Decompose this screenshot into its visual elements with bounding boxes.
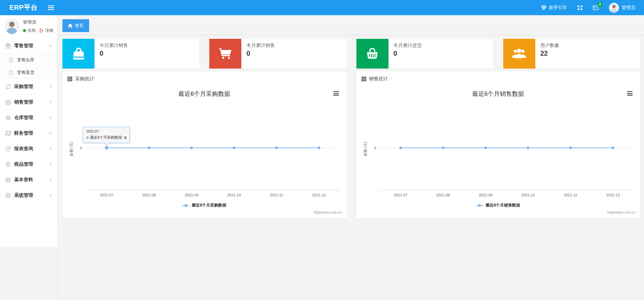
- stat-card-month-sales: 本月累计销售 0: [209, 39, 346, 69]
- grid-icon: [5, 177, 14, 183]
- sidebar: 管理员 在线 注销 零售管理零售出库零售退货采购管理销售管理仓库管理财务管理: [0, 15, 57, 247]
- data-point[interactable]: [441, 146, 444, 149]
- legend-marker-icon: [476, 203, 483, 208]
- legend-item[interactable]: 最近6个月采购数据: [182, 202, 226, 208]
- data-point[interactable]: [275, 146, 278, 149]
- chart-credits[interactable]: Highcharts.com.cn: [607, 211, 635, 214]
- chart-legend: 最近6个月销售数据: [356, 202, 640, 208]
- sidebar-item-retail-outbound[interactable]: 零售出库: [0, 54, 57, 66]
- users-icon: [503, 39, 535, 69]
- data-point[interactable]: [527, 146, 529, 149]
- stat-card-today-sales: 今日累计销售 0: [62, 39, 199, 69]
- data-point[interactable]: [612, 146, 614, 149]
- x-axis-label: 2021-09: [185, 193, 198, 197]
- sidebar-subitem-label: 零售退货: [17, 70, 34, 76]
- main-content: 首页 今日累计销售 0: [58, 15, 644, 300]
- x-axis-label: 2021-10: [227, 193, 241, 197]
- guide-label: 新手引导: [549, 5, 567, 11]
- tooltip-series-text: 最近6个月采购数据:: [90, 135, 123, 140]
- sidebar-item-label: 商品管理: [14, 161, 33, 167]
- sidebar-item-label: 零售管理: [14, 43, 33, 49]
- tooltip-value: 0: [124, 136, 126, 140]
- sidebar-item-report[interactable]: 报表查询: [0, 141, 57, 157]
- chart-legend: 最近6个月采购数据: [62, 202, 346, 208]
- data-point[interactable]: [190, 146, 193, 149]
- gift-icon: [5, 43, 14, 49]
- legend-item[interactable]: 最近6个月销售数据: [476, 202, 520, 208]
- chart-plot-area: 0金额 (元)2021-072021-082021-092021-102021-…: [356, 86, 640, 219]
- hamburger-icon[interactable]: [45, 0, 57, 15]
- sidebar-border: [57, 15, 58, 300]
- sidebar-item-retail-return[interactable]: 零售退货: [0, 66, 57, 79]
- data-point[interactable]: [233, 146, 235, 149]
- sidebar-item-warehouse[interactable]: 仓库管理: [0, 110, 57, 126]
- data-point[interactable]: [484, 146, 487, 149]
- x-axis-label: 2021-08: [142, 193, 156, 197]
- chart-credits[interactable]: Highcharts.com.cn: [314, 211, 342, 214]
- chart-plot-area: 0金额 (元)2021-072021-082021-092021-102021-…: [62, 86, 346, 219]
- legend-marker-icon: [182, 203, 190, 208]
- avatar: [4, 19, 20, 34]
- data-point[interactable]: [569, 146, 572, 149]
- guide-link[interactable]: 新手引导: [541, 5, 567, 11]
- logout-label: 注销: [45, 28, 53, 33]
- chart-title: 最近6个月采购数据: [62, 90, 346, 98]
- tab-home[interactable]: 首页: [62, 19, 89, 32]
- hamburger-bars-icon: [48, 5, 54, 10]
- sidebar-item-finance[interactable]: 财务管理: [0, 126, 57, 141]
- gem-icon: [541, 5, 546, 10]
- user-menu[interactable]: 管理员: [609, 3, 636, 13]
- home-icon: [68, 24, 73, 28]
- sidebar-item-label: 仓库管理: [14, 115, 33, 121]
- sidebar-item-label: 采购管理: [14, 84, 33, 90]
- sidebar-item-goods[interactable]: 商品管理: [0, 157, 57, 172]
- gear-icon: [5, 193, 14, 198]
- y-axis-tick: 0: [80, 146, 82, 150]
- x-axis-label: 2021-09: [479, 193, 492, 197]
- data-point[interactable]: [105, 146, 108, 149]
- x-axis-label: 2021-07: [100, 193, 113, 197]
- x-axis-label: 2021-11: [270, 193, 283, 197]
- legend-label: 最近6个月销售数据: [485, 202, 520, 208]
- stat-card-value: 0: [394, 50, 422, 57]
- y-axis-title: 金额 (元): [363, 142, 367, 156]
- legend-label: 最近6个月采购数据: [192, 202, 226, 208]
- sign-out-icon: [39, 28, 44, 33]
- export-menu-button[interactable]: [627, 91, 633, 97]
- stat-cards-row: 今日累计销售 0 本月累计销售 0: [62, 39, 640, 69]
- y-axis-tick: 0: [374, 146, 376, 150]
- fullscreen-button[interactable]: [577, 5, 583, 10]
- sidebar-item-sales[interactable]: 销售管理: [0, 94, 57, 110]
- purchase-chart: 0金额 (元)2021-072021-082021-092021-102021-…: [62, 86, 346, 219]
- file-icon: [9, 70, 17, 75]
- panel-header: 采购统计: [62, 72, 346, 86]
- stat-card-label: 本月累计进货: [394, 43, 422, 49]
- chevron-left-icon: [48, 193, 53, 197]
- username-label: 管理员: [622, 5, 636, 11]
- online-status-icon: [23, 29, 26, 32]
- sidebar-item-basic[interactable]: 基本资料: [0, 172, 57, 188]
- x-axis-label: 2021-12: [312, 193, 326, 197]
- export-menu-button[interactable]: [333, 91, 339, 97]
- sidebar-item-system[interactable]: 系统管理: [0, 188, 57, 203]
- panel-header: 销售统计: [356, 72, 640, 86]
- sidebar-submenu-retail: 零售出库零售退货: [0, 54, 57, 79]
- sidebar-menu: 零售管理零售出库零售退货采购管理销售管理仓库管理财务管理报表查询商品管理基本资料…: [0, 38, 57, 203]
- y-axis-title: 金额 (元): [69, 142, 73, 156]
- sidebar-item-purchase[interactable]: 采购管理: [0, 79, 57, 94]
- chevron-left-icon: [48, 146, 53, 151]
- stat-card-month-purchase: 本月累计进货 0: [356, 39, 493, 69]
- sidebar-item-label: 系统管理: [14, 192, 33, 198]
- chart-title: 最近6个月销售数据: [356, 90, 640, 98]
- data-point[interactable]: [148, 146, 151, 149]
- tooltip-category: 2021-07: [86, 130, 126, 133]
- message-badge: 0: [598, 2, 602, 7]
- stat-card-value: 0: [246, 50, 275, 57]
- messages-button[interactable]: 0: [593, 5, 599, 10]
- logout-link[interactable]: 注销: [39, 28, 53, 33]
- th-grid-icon: [361, 77, 366, 81]
- data-point[interactable]: [318, 146, 320, 149]
- shopping-bag-icon: [62, 39, 95, 69]
- data-point[interactable]: [399, 146, 402, 149]
- sidebar-item-retail[interactable]: 零售管理: [0, 38, 57, 54]
